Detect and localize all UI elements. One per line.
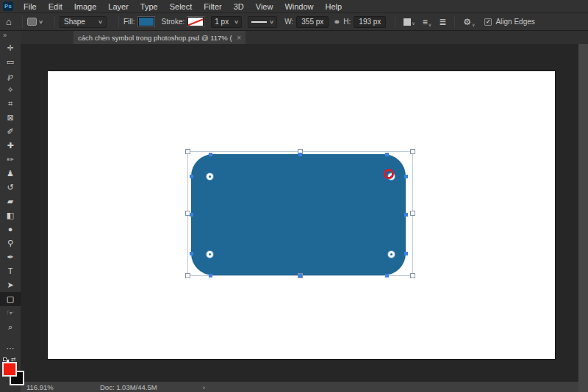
chevron-down-icon: ∨ xyxy=(98,19,103,25)
crop-tool[interactable]: ⌗ xyxy=(0,97,21,111)
gradient-tool[interactable]: ◧ xyxy=(0,208,21,222)
home-icon[interactable]: ⌂ xyxy=(6,16,12,27)
blur-tool-icon: ● xyxy=(8,225,13,233)
menu-item-select[interactable]: Select xyxy=(164,0,198,13)
path-arrangement-icon: ≣ xyxy=(439,17,446,27)
radius-widget-bottom-right[interactable] xyxy=(388,251,395,258)
fill-label: Fill: xyxy=(123,18,135,26)
stroke-style-line xyxy=(251,21,267,23)
tool-mode-select[interactable]: Shape ∨ xyxy=(60,16,107,28)
height-label: H: xyxy=(343,18,351,26)
document-tab[interactable]: cách chèn symbol trong photoshop.psd @ 1… xyxy=(74,31,245,44)
status-chevron-icon[interactable]: › xyxy=(203,383,205,391)
pen-tool[interactable]: ✒ xyxy=(0,250,21,264)
dodge-tool[interactable]: ⚲ xyxy=(0,236,21,250)
options-bar: ⌂ ∨ Shape ∨ Fill: Stroke: 1 px ∨ ∨ W: 35… xyxy=(0,13,588,31)
radius-widget-top-left[interactable] xyxy=(207,173,213,180)
path-anchor[interactable] xyxy=(404,213,408,217)
menu-item-window[interactable]: Window xyxy=(279,0,319,13)
menu-item-image[interactable]: Image xyxy=(68,0,103,13)
stroke-style-select[interactable]: ∨ xyxy=(248,16,277,28)
object-selection-tool[interactable]: ✧ xyxy=(0,83,21,97)
shape-settings-button[interactable]: ⚙ ∨ xyxy=(463,17,475,27)
move-tool[interactable]: ✛ xyxy=(0,41,21,55)
menu-item-help[interactable]: Help xyxy=(320,0,348,13)
path-anchor[interactable] xyxy=(209,274,212,277)
path-anchor[interactable] xyxy=(298,153,302,156)
rectangle-tool-icon: ▢ xyxy=(7,295,14,303)
transform-handle-top-left[interactable] xyxy=(185,149,190,154)
radius-widget-bottom-left[interactable] xyxy=(207,251,213,258)
gradient-tool-icon: ◧ xyxy=(7,211,14,219)
type-tool[interactable]: T xyxy=(0,264,21,278)
panel-dock-strip[interactable] xyxy=(578,44,588,392)
document-tab-title: cách chèn symbol trong photoshop.psd @ 1… xyxy=(78,34,232,42)
hand-tool[interactable]: ☞ xyxy=(0,306,21,320)
menu-items: FileEditImageLayerTypeSelectFilter3DView… xyxy=(18,0,348,12)
menu-item-3d[interactable]: 3D xyxy=(228,0,250,13)
path-arrangement-button[interactable]: ≣ xyxy=(439,17,446,27)
eraser-tool[interactable]: ▰ xyxy=(0,195,21,208)
lasso-tool-icon: ℘ xyxy=(7,72,13,80)
transform-handle-bottom-left[interactable] xyxy=(185,273,190,278)
path-anchor[interactable] xyxy=(190,213,193,217)
stroke-width-value: 1 px xyxy=(215,18,229,26)
menu-item-view[interactable]: View xyxy=(250,0,279,13)
zoom-tool[interactable]: ⌕ xyxy=(0,320,21,334)
path-anchor[interactable] xyxy=(404,175,408,178)
frame-tool[interactable]: ⊠ xyxy=(0,111,21,125)
path-anchor[interactable] xyxy=(190,252,193,255)
menu-item-file[interactable]: File xyxy=(18,0,43,13)
path-anchor[interactable] xyxy=(385,153,389,156)
align-edges-checkbox[interactable]: ✓ xyxy=(484,18,492,26)
clone-stamp-tool[interactable]: ♟ xyxy=(0,167,21,181)
path-operations-button[interactable]: ∨ xyxy=(404,18,415,26)
marquee-tool-icon: ▭ xyxy=(7,58,14,66)
history-brush-tool-icon: ↺ xyxy=(7,184,13,192)
rectangle-tool[interactable]: ▢ xyxy=(0,292,21,306)
zoom-level-field[interactable]: 116.91% xyxy=(26,383,65,391)
link-dimensions-icon[interactable]: ⚭ xyxy=(333,17,340,27)
close-icon[interactable]: × xyxy=(237,34,241,42)
menu-item-edit[interactable]: Edit xyxy=(43,0,68,13)
brush-tool[interactable]: ✏ xyxy=(0,153,21,167)
healing-brush-tool[interactable]: ✚ xyxy=(0,139,21,153)
marquee-tool[interactable]: ▭ xyxy=(0,55,21,69)
path-anchor[interactable] xyxy=(190,175,193,178)
frame-tool-icon: ⊠ xyxy=(7,114,13,122)
height-field[interactable]: 193 px xyxy=(354,16,386,28)
stroke-color-swatch[interactable] xyxy=(187,17,204,26)
menu-item-type[interactable]: Type xyxy=(135,0,164,13)
tool-preset-picker[interactable]: ∨ xyxy=(27,18,43,26)
chevron-down-icon: ∨ xyxy=(38,19,43,25)
menu-item-filter[interactable]: Filter xyxy=(198,0,227,13)
path-selection-tool[interactable]: ➤ xyxy=(0,278,21,292)
eyedropper-tool[interactable]: ✐ xyxy=(0,125,21,139)
width-field[interactable]: 355 px xyxy=(296,16,329,28)
path-anchor[interactable] xyxy=(209,153,212,156)
stroke-width-field[interactable]: 1 px ∨ xyxy=(211,16,242,28)
blur-tool[interactable]: ● xyxy=(0,222,21,236)
pen-tool-icon: ✒ xyxy=(7,253,13,261)
edit-toolbar-button[interactable]: ⋯ xyxy=(0,344,21,353)
transform-handle-top-right[interactable] xyxy=(410,149,415,154)
menu-item-layer[interactable]: Layer xyxy=(102,0,135,13)
transform-handle-mid-right[interactable] xyxy=(410,211,415,216)
path-anchor[interactable] xyxy=(404,252,408,255)
path-anchor[interactable] xyxy=(298,274,302,277)
history-brush-tool[interactable]: ↺ xyxy=(0,181,21,195)
toolbar-collapse-icon[interactable]: » xyxy=(0,31,21,39)
lasso-tool[interactable]: ℘ xyxy=(0,69,21,83)
status-bar: 116.91% Doc: 1.03M/44.5M › xyxy=(21,382,578,392)
fill-color-swatch[interactable] xyxy=(138,17,154,26)
document-canvas[interactable] xyxy=(48,71,555,359)
tool-mode-value: Shape xyxy=(64,18,85,26)
chevron-down-icon: ∨ xyxy=(234,19,239,25)
path-anchor[interactable] xyxy=(385,274,389,277)
chevron-down-icon: ∨ xyxy=(269,19,274,25)
foreground-color-swatch[interactable] xyxy=(2,362,17,377)
toolbar-tools: ✛▭℘✧⌗⊠✐✚✏♟↺▰◧●⚲✒T➤▢☞⌕ xyxy=(0,41,21,334)
photoshop-logo: Ps xyxy=(3,1,13,11)
transform-handle-bottom-right[interactable] xyxy=(410,273,415,278)
path-alignment-button[interactable]: ≡ ∨ xyxy=(423,17,431,27)
